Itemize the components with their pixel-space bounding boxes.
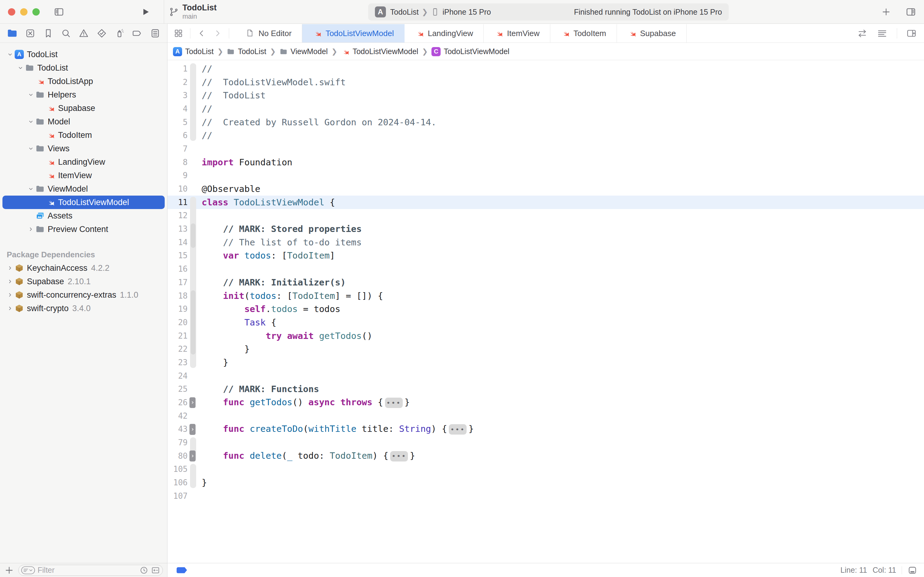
filter-input[interactable] <box>38 566 137 575</box>
chevron-down-icon[interactable] <box>26 91 35 98</box>
package-item-Supabase[interactable]: Supabase2.10.1 <box>2 275 165 288</box>
chevron-right-icon[interactable] <box>5 278 14 285</box>
sidebar-item-TodoList[interactable]: TodoList <box>2 61 165 74</box>
code-line[interactable]: 19 self.todos = todos <box>167 302 924 316</box>
package-item-KeychainAccess[interactable]: KeychainAccess4.2.2 <box>2 261 165 275</box>
sidebar-item-TodoListViewModel[interactable]: TodoListViewModel <box>2 196 165 209</box>
code-line[interactable]: 15 var todos: [TodoItem] <box>167 249 924 263</box>
code-line[interactable]: 23 } <box>167 356 924 369</box>
chevron-right-icon[interactable] <box>26 226 35 232</box>
navigator-tab-search-icon[interactable] <box>61 28 71 39</box>
code-line[interactable]: 1// <box>167 62 924 76</box>
chevron-down-icon[interactable] <box>26 145 35 152</box>
code-line[interactable]: 20 Task { <box>167 316 924 329</box>
filter-field[interactable] <box>18 565 163 576</box>
code-line[interactable]: 10@Observable <box>167 182 924 196</box>
code-line[interactable]: 7 <box>167 142 924 156</box>
chevron-right-icon[interactable] <box>5 305 14 312</box>
code-line[interactable]: 25 // MARK: Functions <box>167 383 924 396</box>
code-line[interactable]: 79 <box>167 436 924 449</box>
editor-tab-TodoListViewModel[interactable]: TodoListViewModel <box>302 24 404 42</box>
sidebar-item-Helpers[interactable]: Helpers <box>2 88 165 102</box>
sidebar-item-Assets[interactable]: Assets <box>2 209 165 222</box>
sidebar-item-TodoItem[interactable]: TodoItem <box>2 128 165 142</box>
navigator-tab-debug-icon[interactable] <box>114 28 125 39</box>
chevron-right-icon[interactable] <box>5 265 14 271</box>
code-line[interactable]: 8import Foundation <box>167 156 924 169</box>
code-review-icon[interactable] <box>857 28 868 39</box>
code-line[interactable]: 42 <box>167 409 924 423</box>
code-line[interactable]: 106} <box>167 476 924 489</box>
sidebar-item-ItemView[interactable]: ItemView <box>2 169 165 182</box>
code-fold-ellipsis[interactable]: ••• <box>385 398 403 408</box>
fold-ribbon[interactable] <box>191 223 196 248</box>
code-line[interactable]: 4// <box>167 102 924 116</box>
code-line[interactable]: 11class TodoListViewModel { <box>167 196 924 209</box>
close-button[interactable] <box>8 8 15 16</box>
sidebar-item-Supabase[interactable]: Supabase <box>2 102 165 115</box>
back-button[interactable] <box>197 29 206 38</box>
sidebar-item-Views[interactable]: Views <box>2 142 165 155</box>
navigator-tab-project-navigator-icon[interactable] <box>7 28 18 39</box>
forward-button[interactable] <box>213 29 222 38</box>
fold-disclosure-arrow[interactable] <box>190 450 196 461</box>
chevron-down-icon[interactable] <box>16 64 25 71</box>
scheme-status-pill[interactable]: A TodoList ❯ iPhone 15 Pro Finished runn… <box>368 3 729 21</box>
code-line[interactable]: 14 // The list of to-do items <box>167 235 924 249</box>
navigator-tab-reports-icon[interactable] <box>150 28 160 39</box>
editor-tab-Supabase[interactable]: Supabase <box>617 24 687 42</box>
sidebar-item-Model[interactable]: Model <box>2 115 165 128</box>
package-item-swift-concurrency-extras[interactable]: swift-concurrency-extras1.1.0 <box>2 288 165 301</box>
editor-tab-No Editor[interactable]: No Editor <box>235 24 302 42</box>
code-line[interactable]: 3// TodoList <box>167 89 924 102</box>
code-line[interactable]: 24 <box>167 369 924 383</box>
run-destination[interactable]: iPhone 15 Pro <box>443 8 491 16</box>
navigator-tab-bookmarks-icon[interactable] <box>43 28 53 39</box>
navigator-tab-breakpoints-icon[interactable] <box>132 28 142 39</box>
add-button[interactable] <box>881 7 891 17</box>
breadcrumb-item-ViewModel[interactable]: ViewModel <box>280 47 328 56</box>
fold-disclosure-arrow[interactable] <box>190 424 196 435</box>
navigator-tab-tests-icon[interactable] <box>97 28 107 39</box>
code-line[interactable]: 12 <box>167 209 924 222</box>
chevron-right-icon[interactable] <box>5 292 14 298</box>
editor-tab-ItemView[interactable]: ItemView <box>484 24 550 42</box>
breadcrumb-item-TodoListViewModel[interactable]: CTodoListViewModel <box>431 47 509 56</box>
code-line[interactable]: 17 // MARK: Initializer(s) <box>167 276 924 289</box>
editor-tab-LandingView[interactable]: LandingView <box>404 24 484 42</box>
toggle-right-sidebar-icon[interactable] <box>906 7 916 17</box>
zoom-button[interactable] <box>32 8 40 16</box>
project-scm-block[interactable]: TodoList main <box>169 3 217 20</box>
toggle-bottom-bar-icon[interactable] <box>908 566 917 575</box>
source-editor[interactable]: 1//2// TodoListViewModel.swift3// TodoLi… <box>167 60 924 563</box>
breadcrumb-item-TodoList[interactable]: ATodoList <box>173 47 214 56</box>
code-line[interactable]: 21 try await getTodos() <box>167 329 924 343</box>
chevron-down-icon[interactable] <box>26 118 35 125</box>
code-fold-ellipsis[interactable]: ••• <box>390 451 408 461</box>
breadcrumb-item-TodoListViewModel[interactable]: TodoListViewModel <box>341 47 418 56</box>
chevron-down-icon[interactable] <box>26 185 35 192</box>
chevron-down-icon[interactable] <box>5 51 14 58</box>
editor-tab-TodoItem[interactable]: TodoItem <box>550 24 617 42</box>
related-items-icon[interactable] <box>174 28 184 38</box>
fold-ribbon[interactable] <box>190 63 196 141</box>
code-line[interactable]: 9 <box>167 169 924 182</box>
code-line[interactable]: 13 // MARK: Stored properties <box>167 222 924 235</box>
code-line[interactable]: 80 func delete(_ todo: TodoItem) {•••} <box>167 449 924 463</box>
code-line[interactable]: 2// TodoListViewModel.swift <box>167 76 924 89</box>
code-line[interactable]: 16 <box>167 262 924 276</box>
adjust-editor-icon[interactable] <box>877 28 888 39</box>
code-line[interactable]: 26 func getTodos() async throws {•••} <box>167 396 924 409</box>
package-item-swift-crypto[interactable]: swift-crypto3.4.0 <box>2 301 165 315</box>
sidebar-item-ViewModel[interactable]: ViewModel <box>2 182 165 196</box>
code-line[interactable]: 18 init(todos: [TodoItem] = []) { <box>167 289 924 303</box>
code-line[interactable]: 22 } <box>167 342 924 356</box>
breadcrumb-item-TodoList[interactable]: TodoList <box>227 47 266 56</box>
sidebar-item-TodoList[interactable]: ATodoList <box>2 48 165 61</box>
recent-files-icon[interactable] <box>139 566 148 575</box>
navigator-tab-source-control-icon[interactable] <box>25 28 35 39</box>
fold-disclosure-arrow[interactable] <box>190 397 196 408</box>
code-line[interactable]: 5// Created by Russell Gordon on 2024-04… <box>167 116 924 129</box>
code-line[interactable]: 6// <box>167 129 924 142</box>
add-file-button[interactable] <box>4 566 14 575</box>
